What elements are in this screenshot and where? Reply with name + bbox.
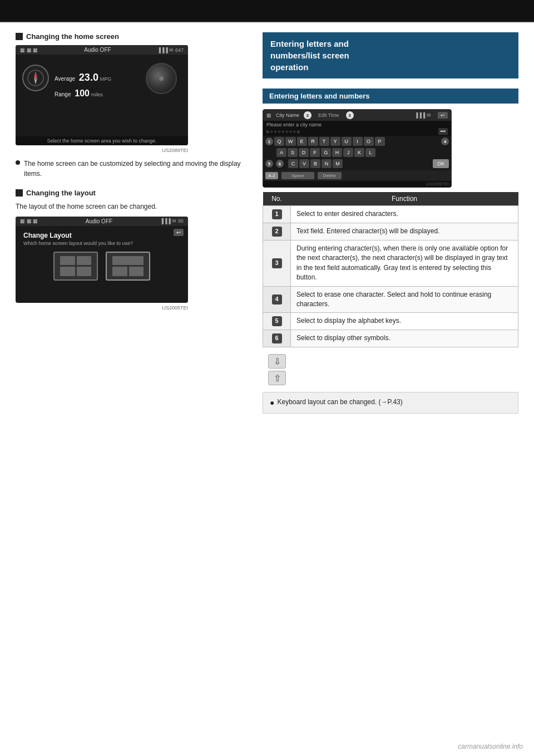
kb-key-y[interactable]: Y [330, 137, 340, 146]
kb-hint-dashes: b = = = = = = = d [266, 129, 299, 134]
kb-key-s[interactable]: S [288, 148, 298, 157]
kb-ok-btn[interactable]: OK [433, 159, 449, 168]
kb-space-btn[interactable]: Space [281, 172, 314, 179]
kb-key-d[interactable]: D [299, 148, 309, 157]
table-row: 4Select to erase one character. Select a… [263, 286, 518, 313]
watermark: carmanualsonline.info [458, 743, 523, 750]
screen1-range-value: 100 [75, 89, 90, 98]
svg-point-3 [34, 77, 37, 79]
kb-key-j[interactable]: J [343, 148, 353, 157]
kb-badge-2: 2 [304, 111, 312, 119]
kb-key-r[interactable]: R [308, 137, 318, 146]
section-2-square-icon [16, 189, 23, 197]
layout-screen: ▦ ▦ ▦ Audio OFF ▐▐▐ ✉ 95 ↩ Change Layout… [16, 217, 188, 303]
table-cell-text-4: Select to erase one character. Select an… [291, 286, 518, 313]
scroll-up-arrow[interactable]: ⇧ [268, 371, 286, 385]
layout-back-btn[interactable]: ↩ [174, 229, 184, 236]
kb-row3: CVBNM [288, 159, 432, 168]
note-bullet-icon: ● [270, 397, 274, 409]
screen1-avg-unit: MPG [100, 76, 112, 82]
section-1-title-row: Changing the home screen [16, 32, 249, 41]
kb-hint-area: Please enter a city name b = = = = = = =… [263, 121, 451, 136]
table-cell-num-5: 5 [263, 313, 291, 330]
main-title-box: Entering letters and numbers/list screen… [263, 32, 518, 78]
kb-keys-row-1: 1 QWERTYUIOP 4 [263, 136, 451, 147]
table-num-badge-2: 2 [272, 227, 282, 237]
kb-key-w[interactable]: W [285, 137, 296, 146]
kb-key-h[interactable]: H [332, 148, 342, 157]
kb-key-e[interactable]: E [297, 137, 307, 146]
kb-key-b[interactable]: B [310, 159, 320, 168]
layout-option-2[interactable] [106, 252, 150, 281]
kb-keys-row-2: ASDFGHJKL [263, 147, 451, 158]
screen1-audio-off: Audio OFF [84, 47, 111, 53]
layout-subtitle: Which home screen layout would you like … [23, 240, 180, 246]
table-cell-text-1: Select to enter desired characters. [291, 206, 518, 223]
screen1-header-text: ▦ ▦ ▦ [20, 47, 38, 53]
kb-caption: US2006TEI [263, 181, 451, 187]
section-1-title: Changing the home screen [26, 32, 119, 41]
kb-badge-3: 3 [346, 111, 354, 119]
kb-signal: ▐▐▐ ✉ [414, 112, 431, 118]
kb-dots-row: b = = = = = = = d ••• [266, 128, 448, 135]
table-row: 6Select to display other symbols. [263, 330, 518, 347]
screen1-range-unit: miles [91, 92, 103, 97]
scroll-down-arrow[interactable]: ⇩ [268, 354, 286, 369]
scroll-arrows: ⇩ ⇧ [268, 354, 518, 385]
kb-key-o[interactable]: O [364, 137, 374, 146]
section-1-block: Changing the home screen ▦ ▦ ▦ Audio OFF… [16, 32, 249, 179]
car-screen-1: ▦ ▦ ▦ Audio OFF ▐▐▐ ✉ 647 [16, 45, 188, 145]
kb-key-m[interactable]: M [333, 159, 343, 168]
left-column: Changing the home screen ▦ ▦ ▦ Audio OFF… [16, 32, 249, 414]
table-num-badge-1: 1 [272, 209, 282, 219]
section-2-title: Changing the layout [26, 189, 96, 197]
kb-bottom-row: A-Z Space Delete [263, 170, 451, 181]
screen1-avg-value: 23.0 [79, 72, 98, 83]
main-title-text: Entering letters and numbers/list screen… [270, 39, 349, 72]
kb-city-label: City Name [276, 112, 299, 118]
kb-delete-btn[interactable]: Delete [318, 172, 342, 179]
section1-bullet: The home screen can be customized by sel… [16, 159, 249, 179]
table-cell-text-6: Select to display other symbols. [291, 330, 518, 347]
kb-badge-6: 6 [276, 160, 284, 168]
layout-audio-off: Audio OFF [86, 218, 112, 224]
table-col2-header: Function [291, 192, 518, 206]
layout-header: ▦ ▦ ▦ Audio OFF ▐▐▐ ✉ 95 [16, 217, 188, 226]
screen2-caption: US2005TEI [16, 305, 188, 311]
kb-key-p[interactable]: P [375, 137, 385, 146]
kb-key-a[interactable]: A [276, 148, 286, 157]
kb-key-v[interactable]: V [299, 159, 309, 168]
layout-option-1[interactable] [53, 252, 98, 281]
kb-key-f[interactable]: F [310, 148, 320, 157]
kb-key-l[interactable]: L [365, 148, 375, 157]
table-num-badge-6: 6 [272, 333, 282, 343]
table-num-badge-5: 5 [272, 316, 282, 326]
screen1-signal: ▐▐▐ ✉ 647 [157, 47, 184, 53]
bullet-dot-1 [16, 160, 20, 165]
kb-key-t[interactable]: T [319, 137, 329, 146]
table-cell-num-4: 4 [263, 286, 291, 313]
kb-key-c[interactable]: C [288, 159, 298, 168]
kb-back-btn[interactable]: ↩ [438, 112, 448, 119]
kb-key-n[interactable]: N [322, 159, 332, 168]
table-cell-text-2: Text field. Entered character(s) will be… [291, 223, 518, 240]
table-row: 1Select to enter desired characters. [263, 206, 518, 223]
section1-bullet-text: The home screen can be customized by sel… [24, 159, 249, 179]
disc-icon [146, 63, 177, 94]
kb-az-btn[interactable]: A-Z [265, 172, 278, 179]
kb-key-q[interactable]: Q [274, 137, 284, 146]
layout-body: Change Layout Which home screen layout w… [16, 226, 188, 286]
sub-title-text: Entering letters and numbers [269, 92, 370, 100]
kb-key-g[interactable]: G [321, 148, 331, 157]
kb-key-k[interactable]: K [354, 148, 364, 157]
table-row: 3During entering character(s), when ther… [263, 240, 518, 287]
function-table-body: 1Select to enter desired characters.2Tex… [263, 206, 518, 347]
section-1-square-icon [16, 33, 23, 40]
kb-badge-4: 4 [441, 138, 449, 145]
table-cell-num-6: 6 [263, 330, 291, 347]
kb-key-i[interactable]: I [353, 137, 363, 146]
kb-key-u[interactable]: U [342, 137, 352, 146]
layout-title: Change Layout [23, 232, 180, 239]
table-cell-num-2: 2 [263, 223, 291, 240]
keyboard-screen: ▦ City Name 2 Edit Time 3 ▐▐▐ ✉ ↩ Please… [263, 109, 452, 188]
